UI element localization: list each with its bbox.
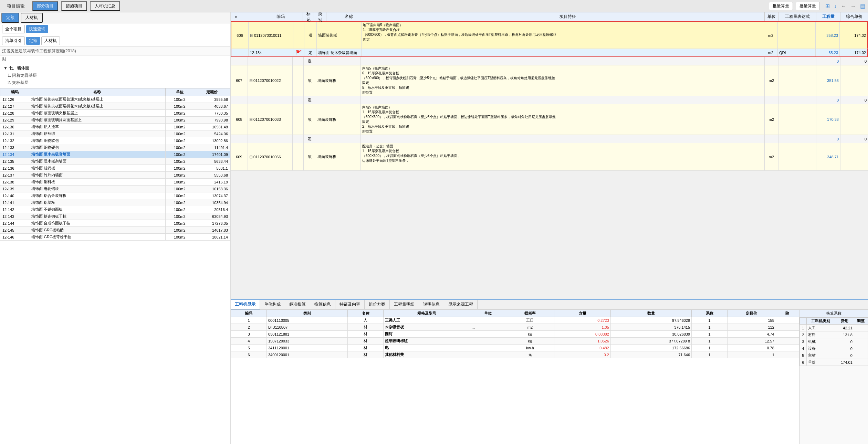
left-table-row[interactable]: 12-136 墙饰面 硅钙板 100m2 5631.1	[0, 165, 230, 172]
left-table-row[interactable]: 12-126 墙饰面 装饰夹板面层普通木(或夹板)基层上 100m2 3555.…	[0, 96, 230, 103]
right-row[interactable]: 定 0 0	[231, 57, 868, 65]
left-table-row[interactable]: 12-130 墙饰面 贴人造革 100m2 10581.48	[0, 124, 230, 130]
cell-code: 12-133	[0, 144, 29, 151]
right-row[interactable]: 608 ⊟0112070010033 项 墙面装饰板 内墙5（吸声墙面） 1、1…	[231, 104, 868, 135]
left-table-row[interactable]: 12-137 墙饰面 竹片内墙面 100m2 5553.68	[0, 172, 230, 179]
rc-price	[840, 104, 868, 135]
bottom-tab-4[interactable]: 特征及内容	[335, 300, 365, 309]
left-table-row[interactable]: 12-138 墙饰面 塑料板 100m2 2416.19	[0, 179, 230, 186]
left-table-row[interactable]: 12-143 墙饰面 搪瓷钢板干挂 100m2 63054.93	[0, 213, 230, 220]
bottom-table-wrap: 编码类别名称规格及型号单位损耗率含量数量系数定额价除 1 0001110005 …	[231, 310, 868, 444]
right-panel: « 编码 标记 类别 名称 项目特征 单位 工程量表达式 工程量 综合单价 60…	[231, 12, 868, 444]
tab-bufen[interactable]: 部分项目	[32, 1, 58, 11]
tree-item-2[interactable]: 2. 夹板基层	[2, 79, 228, 86]
rh-expr: 工程量表达式	[778, 12, 816, 21]
bottom-col-2: 名称	[348, 310, 384, 317]
cell-name: 墙饰面 合成饰面板干挂	[29, 220, 165, 227]
bc-lossrate: 0.2723	[554, 317, 611, 324]
left-table-row[interactable]: 12-142 墙饰面 不锈钢面板 100m2 20516.4	[0, 206, 230, 213]
bottom-tab-8[interactable]: 显示来源工程	[444, 300, 478, 309]
side-adjust	[854, 338, 868, 345]
bottom-col-10: 除	[776, 310, 799, 317]
left-table-row[interactable]: 12-144 墙饰面 合成饰面板干挂 100m2 17276.05	[0, 220, 230, 227]
left-table-row[interactable]: 12-140 墙饰面 铝合金装饰板 100m2 13074.37	[0, 192, 230, 199]
bottom-tab-0[interactable]: 工料机显示	[231, 300, 260, 309]
rc-code: 12-134	[249, 49, 293, 56]
left-table-row[interactable]: 12-127 墙饰面 装饰夹板面层拼花木(或夹板)基层上 100m2 4033.…	[0, 103, 230, 110]
left-table-row[interactable]: 12-132 墙饰面 织物软包 100m2 13092.86	[0, 137, 230, 144]
rc-unit: m2	[765, 143, 778, 170]
batch-calc-btn1[interactable]: 批量算量	[769, 2, 793, 10]
search-tab-all[interactable]: 全个项目	[2, 25, 25, 33]
icon-filter[interactable]: ▤	[860, 3, 865, 9]
cell-unit: 100m2	[165, 130, 194, 137]
bc-qty: 376.1415	[610, 324, 691, 331]
left-table-row[interactable]: 12-129 墙饰面 镶面玻璃抹灰面基层上 100m2 7990.98	[0, 117, 230, 124]
right-row[interactable]: 定 0 0	[231, 135, 868, 143]
rc-type: 定	[304, 135, 316, 143]
rc-flag: 🚩	[293, 49, 304, 56]
bottom-tab-3[interactable]: 换算信息	[310, 300, 335, 309]
bottom-col-1: 类别	[266, 310, 347, 317]
side-fee: 0	[835, 352, 854, 359]
left-table-row[interactable]: 12-134 墙饰面 硬木杂吸音墙面 100m2 17401.09	[0, 151, 230, 158]
tab-quota[interactable]: 定额	[1, 13, 19, 23]
tree-item-0[interactable]: ▼ 七、墙体面	[2, 65, 228, 72]
rc-price: 0	[840, 135, 868, 143]
bottom-table-row[interactable]: 3 0301121881 材 圆钉 kg 0.08382 30.026839 1…	[231, 331, 799, 338]
bc-price	[776, 345, 799, 351]
search-tab-quick[interactable]: 快速查询	[26, 25, 48, 33]
batch-calc-btn2[interactable]: 批量算量	[796, 2, 820, 10]
rc-flag	[293, 104, 304, 135]
btn-qingdan[interactable]: 清单引引	[2, 36, 25, 45]
left-table-row[interactable]: 12-135 墙饰面 硬木板杂墙面 100m2 5633.44	[0, 158, 230, 165]
bc-spec	[470, 317, 506, 324]
cell-code: 12-129	[0, 117, 29, 124]
cell-price: 13092.86	[194, 137, 230, 144]
left-table-row[interactable]: 12-131 墙饰面 贴丝绒 100m2 5424.06	[0, 130, 230, 137]
side-adjust	[854, 331, 868, 338]
bottom-table-row[interactable]: 1 0001110005 人 三类人工 工日 0.2723 97.546029 …	[231, 317, 799, 324]
tree-item-1[interactable]: 1. 附着龙骨基层	[2, 72, 228, 79]
bottom-table-row[interactable]: 2 BTJ110807 材 木杂吸音板 ... m2 1.05 376.1415…	[231, 324, 799, 331]
left-table-row[interactable]: 12-146 墙饰面 GRC板背栓干挂 100m2 18621.14	[0, 234, 230, 241]
rh-collapse[interactable]: «	[231, 12, 241, 21]
left-table-row[interactable]: 12-133 墙饰面 织物硬包 100m2 11491.4	[0, 144, 230, 151]
tab-rencaiji[interactable]: 人材机汇总	[90, 1, 120, 11]
right-row[interactable]: 606 ⊟0112070010011 项 墙面装饰板 地下室内墙5（吸声墙面） …	[231, 21, 868, 49]
btn-rencaiji[interactable]: 人材机	[41, 36, 60, 45]
bottom-tab-5[interactable]: 组价方案	[365, 300, 390, 309]
cell-unit: 100m2	[165, 220, 194, 227]
left-table-row[interactable]: 12-128 墙饰面 镶面玻璃夹板基层上 100m2 7730.35	[0, 110, 230, 117]
rc-type: 定	[304, 96, 316, 104]
tab-cuoshi[interactable]: 措施项目	[61, 1, 87, 11]
filter-bar: 清单引引 定额 人材机	[0, 35, 230, 47]
cell-code: 12-126	[0, 96, 29, 103]
bottom-table-row[interactable]: 5 3411120001 材 电 kw·h 0.482 172.66686 1 …	[231, 345, 799, 351]
rc-qty: 0	[816, 135, 840, 143]
bottom-tab-6[interactable]: 工程量明细	[390, 300, 419, 309]
left-table-row[interactable]: 12-141 墙饰面 铝塑板 100m2 10354.94	[0, 199, 230, 206]
left-table-row[interactable]: 12-145 墙饰面 GRC板粘贴 100m2 14617.83	[0, 227, 230, 234]
left-table-row[interactable]: 12-139 墙饰面 电化铝板 100m2 10153.36	[0, 186, 230, 192]
icon-arrow-down[interactable]: ↓	[834, 3, 837, 9]
icon-arrow-right[interactable]: →	[850, 3, 856, 9]
right-row[interactable]: 12-134 🚩 定 墙饰面 硬木杂吸音墙面 m2 QDL 35.23 174.…	[231, 49, 868, 57]
right-row[interactable]: 607 ⊟0112070010022 项 墙面装饰板 内墙5（吸声墙面） 6、1…	[231, 65, 868, 96]
cell-price: 7730.35	[194, 110, 230, 117]
icon-arrow-left[interactable]: ←	[841, 3, 846, 9]
bottom-tab-7[interactable]: 说明信息	[419, 300, 444, 309]
bottom-tab-2[interactable]: 标准换算	[285, 300, 310, 309]
btn-dinge[interactable]: 定额	[26, 37, 40, 45]
rc-price	[840, 143, 868, 170]
bottom-table-row[interactable]: 4 1507120033 材 超细玻璃棉毡 kg 1.0526 377.0728…	[231, 338, 799, 345]
right-row[interactable]: 609 ⊟0112070010066 项 墙面装饰板 配电房（公交）墙面 1、1…	[231, 143, 868, 171]
cell-price: 10581.48	[194, 124, 230, 130]
tab-material[interactable]: 人材机	[21, 13, 43, 23]
rc-id	[231, 96, 248, 104]
rc-name: 墙面装饰板	[316, 65, 361, 96]
icon-grid[interactable]: ⊞	[825, 3, 830, 9]
bottom-tab-1[interactable]: 单价构成	[260, 300, 285, 309]
bottom-table-row[interactable]: 6 3400120001 材 其他材料费 元 0.2 71.646 1 1	[231, 351, 799, 358]
right-row[interactable]: 定 0 0	[231, 96, 868, 104]
